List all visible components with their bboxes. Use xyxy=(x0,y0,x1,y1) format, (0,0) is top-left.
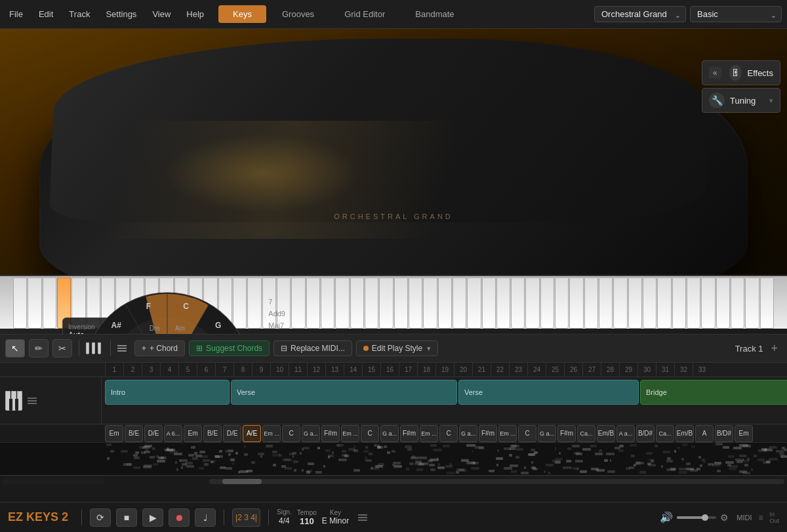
piano-key[interactable] xyxy=(28,277,41,329)
suggest-chords-button[interactable]: ⊞ Suggest Chords xyxy=(189,340,270,356)
chord-cell-ga3[interactable]: G a... xyxy=(459,425,477,442)
chord-cell-fsm[interactable]: F#m xyxy=(321,425,340,442)
piano-key[interactable] xyxy=(482,277,496,329)
piano-key[interactable] xyxy=(628,277,642,329)
volume-slider[interactable] xyxy=(677,516,716,519)
piano-key[interactable] xyxy=(335,277,349,329)
menu-file[interactable]: File xyxy=(5,7,27,22)
chord-cell-fsm4[interactable]: F#m xyxy=(557,425,576,442)
edit-play-style-button[interactable]: Edit Play Style ▾ xyxy=(356,340,438,356)
chord-cell-ae[interactable]: A/E xyxy=(243,425,261,442)
add-chord-button[interactable]: + + Chord xyxy=(134,340,185,356)
piano-key[interactable] xyxy=(365,277,378,329)
chord-cell-be2[interactable]: B/E xyxy=(203,425,222,442)
chord-cell-fsm3[interactable]: F#m xyxy=(479,425,497,442)
chord-cell-ca2[interactable]: Ca... xyxy=(656,425,674,442)
volume-control[interactable] xyxy=(677,516,716,519)
tab-grooves[interactable]: Grooves xyxy=(268,5,329,23)
piano-key[interactable] xyxy=(321,277,334,329)
tab-keys[interactable]: Keys xyxy=(218,5,266,23)
piano-key[interactable] xyxy=(613,277,627,329)
piano-key[interactable] xyxy=(438,277,452,329)
piano-key[interactable] xyxy=(745,277,759,329)
scissors-tool-button[interactable]: ✂ xyxy=(52,339,72,358)
track-segment-verse2[interactable]: Verse xyxy=(458,380,639,405)
scroll-thumb[interactable] xyxy=(222,479,262,484)
chord-cell-ca[interactable]: Ca... xyxy=(577,425,595,442)
track-segment-verse1[interactable]: Verse xyxy=(231,380,457,405)
track-segment-bridge[interactable]: Bridge xyxy=(640,380,787,405)
piano-key[interactable] xyxy=(43,277,56,329)
chord-cell-em7[interactable]: Em xyxy=(735,425,753,442)
chord-wheel[interactable]: A/E ✏ xyxy=(82,291,252,334)
chord-cell-c3[interactable]: C xyxy=(439,425,458,442)
menu-edit[interactable]: Edit xyxy=(35,7,57,22)
loop-button[interactable]: ⟳ xyxy=(90,508,111,527)
select-tool-button[interactable]: ↖ xyxy=(5,339,25,358)
piano-key[interactable] xyxy=(643,277,656,329)
menu-track[interactable]: Track xyxy=(65,7,94,22)
piano-key[interactable] xyxy=(687,277,700,329)
piano-key[interactable] xyxy=(716,277,730,329)
effects-button[interactable]: « 🎚 Effects xyxy=(702,60,780,85)
piano-key[interactable] xyxy=(496,277,510,329)
piano-key[interactable] xyxy=(672,277,686,329)
chord-cell-em3[interactable]: Em ... xyxy=(262,425,281,442)
piano-key[interactable] xyxy=(760,277,774,329)
piano-key[interactable] xyxy=(467,277,481,329)
chord-cell-a6[interactable]: A 6... xyxy=(164,425,182,442)
time-signature-display[interactable]: |2 3 4| xyxy=(232,508,260,527)
play-button[interactable]: ▶ xyxy=(142,508,163,527)
track-segment-intro[interactable]: Intro xyxy=(105,380,230,405)
piano-key[interactable] xyxy=(13,277,27,329)
record-button[interactable]: ⏺ xyxy=(169,508,190,527)
piano-key[interactable] xyxy=(569,277,583,329)
chord-cell-bd2[interactable]: B/D# xyxy=(715,425,733,442)
midi-icon[interactable]: ≡ xyxy=(758,513,763,522)
chord-type-7[interactable]: 7 xyxy=(268,298,285,306)
piano-key[interactable] xyxy=(540,277,554,329)
chord-cell-em[interactable]: Em xyxy=(105,425,123,442)
menu-view[interactable]: View xyxy=(148,7,174,22)
tuning-button[interactable]: 🔧 Tuning ▾ xyxy=(702,88,780,113)
piano-key[interactable] xyxy=(350,277,364,329)
chord-cell-c4[interactable]: C xyxy=(518,425,536,442)
add-track-button[interactable]: + xyxy=(767,342,782,356)
piano-key[interactable] xyxy=(657,277,671,329)
chord-type-add9[interactable]: Add9 xyxy=(268,310,285,317)
piano-key[interactable] xyxy=(291,277,305,329)
chord-cell-fsm2[interactable]: F#m xyxy=(400,425,418,442)
chord-cell-de[interactable]: D/E xyxy=(144,425,163,442)
chord-cell-be[interactable]: B/E xyxy=(125,425,143,442)
effects-collapse[interactable]: « xyxy=(709,67,721,79)
chord-cell-ga[interactable]: G a... xyxy=(302,425,320,442)
piano-key[interactable] xyxy=(394,277,408,329)
piano-key[interactable] xyxy=(423,277,437,329)
piano-key[interactable] xyxy=(599,277,613,329)
piano-key[interactable] xyxy=(555,277,569,329)
metronome-button[interactable]: ♩ xyxy=(195,508,216,527)
piano-key[interactable] xyxy=(306,277,320,329)
chord-type-maj7[interactable]: Maj7 xyxy=(268,321,285,329)
chord-cell-aa[interactable]: A a... xyxy=(616,425,635,442)
stop-button[interactable]: ■ xyxy=(116,508,137,527)
piano-key[interactable] xyxy=(511,277,525,329)
chord-cell-a[interactable]: A xyxy=(695,425,714,442)
piano-key[interactable] xyxy=(453,277,466,329)
instrument-select[interactable]: Orchestral Grand xyxy=(594,6,686,22)
chord-type-dim[interactable]: Dim xyxy=(268,333,285,334)
piano-key[interactable] xyxy=(525,277,539,329)
piano-key[interactable] xyxy=(584,277,598,329)
chord-cell-em4[interactable]: Em ... xyxy=(341,425,359,442)
style-select[interactable]: Basic xyxy=(690,6,782,22)
menu-settings[interactable]: Settings xyxy=(102,7,140,22)
settings-icon[interactable]: ⚙ xyxy=(720,512,729,523)
chord-cell-ga2[interactable]: G a... xyxy=(380,425,399,442)
chord-cell-em5[interactable]: Em ... xyxy=(420,425,438,442)
replace-midi-button[interactable]: ⊟ Replace MIDI... xyxy=(273,340,352,356)
chord-cell-em6[interactable]: Em ... xyxy=(498,425,517,442)
chord-cell-emb[interactable]: Em/B xyxy=(597,425,615,442)
volume-thumb[interactable] xyxy=(702,514,708,521)
horizontal-scrollbar[interactable] xyxy=(209,479,784,484)
tab-grid-editor[interactable]: Grid Editor xyxy=(330,5,399,23)
